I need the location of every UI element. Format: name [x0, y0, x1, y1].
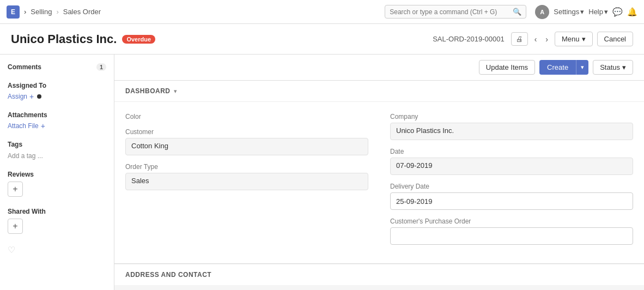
bell-icon[interactable]: 🔔 — [627, 7, 637, 17]
breadcrumb-selling[interactable]: Selling — [31, 8, 52, 16]
prev-button[interactable]: ‹ — [532, 34, 539, 45]
sidebar-assigned-section: Assigned To Assign + — [8, 82, 106, 100]
heart-icon: ♡ — [8, 245, 15, 255]
action-bar: Update Items Create ▾ Status ▾ — [114, 55, 644, 81]
date-field-group: Date 07-09-2019 — [390, 148, 633, 175]
purchase-order-input[interactable] — [390, 227, 633, 245]
date-label: Date — [390, 148, 633, 155]
next-button[interactable]: › — [543, 34, 550, 45]
create-button[interactable]: Create — [539, 60, 576, 75]
breadcrumb-sep-1: › — [24, 8, 26, 16]
help-button[interactable]: Help ▾ — [588, 8, 608, 16]
customer-label: Customer — [125, 128, 368, 136]
update-items-button[interactable]: Update Items — [479, 60, 535, 75]
tags-header: Tags — [8, 141, 106, 148]
add-shared-button[interactable]: + — [8, 219, 23, 234]
cursor-indicator — [37, 94, 41, 99]
company-field-group: Company Unico Plastics Inc. — [390, 113, 633, 140]
color-label: Color — [125, 113, 368, 120]
create-button-group: Create ▾ — [539, 60, 588, 75]
status-badge: Overdue — [122, 35, 155, 44]
order-type-field-group: Order Type Sales — [125, 163, 368, 190]
assign-link[interactable]: Assign — [8, 93, 27, 100]
attach-plus-button[interactable]: + — [41, 122, 45, 130]
search-bar[interactable]: 🔍 — [385, 5, 526, 19]
breadcrumb-sales-order[interactable]: Sales Order — [63, 8, 101, 16]
form-grid: Color Customer Cotton King Order Type Sa… — [125, 113, 633, 252]
create-dropdown-button[interactable]: ▾ — [576, 60, 588, 75]
navbar: E › Selling › Sales Order 🔍 A Settings ▾… — [0, 0, 644, 24]
comments-header: Comments 1 — [8, 63, 106, 71]
sidebar: Comments 1 Assigned To Assign + Attachme… — [0, 55, 114, 290]
delivery-date-field-group: Delivery Date — [390, 183, 633, 210]
form-area: Color Customer Cotton King Order Type Sa… — [114, 102, 644, 263]
page-header-actions: SAL-ORD-2019-00001 🖨 ‹ › Menu ▾ Cancel — [433, 32, 633, 46]
sidebar-attachments-section: Attachments Attach File + — [8, 111, 106, 130]
page-header: Unico Plastics Inc. Overdue SAL-ORD-2019… — [0, 24, 644, 55]
dashboard-title: DASHBOARD — [125, 87, 171, 95]
print-button[interactable]: 🖨 — [511, 32, 528, 46]
main-layout: Comments 1 Assigned To Assign + Attachme… — [0, 55, 644, 290]
purchase-order-label: Customer's Purchase Order — [390, 218, 633, 225]
order-type-label: Order Type — [125, 163, 368, 171]
form-left-col: Color Customer Cotton King Order Type Sa… — [125, 113, 368, 252]
navbar-right: A Settings ▾ Help ▾ 💬 🔔 — [535, 5, 637, 19]
assign-plus-button[interactable]: + — [29, 93, 34, 100]
search-icon: 🔍 — [513, 8, 521, 16]
reviews-header: Reviews — [8, 171, 106, 178]
attachments-header: Attachments — [8, 111, 106, 119]
chat-icon[interactable]: 💬 — [612, 7, 623, 17]
company-label: Company — [390, 113, 633, 120]
sidebar-reviews-section: Reviews + — [8, 171, 106, 197]
form-right-col: Company Unico Plastics Inc. Date 07-09-2… — [390, 113, 633, 252]
chevron-down-icon: ▾ — [622, 63, 626, 71]
chevron-down-icon: ▾ — [582, 35, 586, 43]
date-value: 07-09-2019 — [390, 158, 633, 175]
sidebar-shared-section: Shared With + — [8, 208, 106, 234]
add-review-button[interactable]: + — [8, 182, 23, 197]
customer-value: Cotton King — [125, 138, 368, 155]
color-field-group: Color — [125, 113, 368, 120]
attach-file-link[interactable]: Attach File — [8, 122, 39, 130]
chevron-down-icon: ▾ — [580, 8, 584, 16]
search-input[interactable] — [390, 8, 509, 16]
comments-count: 1 — [96, 63, 106, 71]
doc-id: SAL-ORD-2019-00001 — [433, 35, 505, 43]
purchase-order-field-group: Customer's Purchase Order — [390, 218, 633, 245]
settings-button[interactable]: Settings ▾ — [554, 8, 584, 16]
menu-button[interactable]: Menu ▾ — [555, 32, 593, 46]
sidebar-comments-section: Comments 1 — [8, 63, 106, 71]
avatar: A — [535, 5, 549, 19]
assigned-to-header: Assigned To — [8, 82, 106, 89]
sidebar-tags-section: Tags Add a tag ... — [8, 141, 106, 160]
status-button[interactable]: Status ▾ — [593, 60, 633, 75]
cancel-button[interactable]: Cancel — [597, 32, 633, 46]
app-logo: E — [7, 5, 20, 19]
page-title: Unico Plastics Inc. — [11, 32, 117, 46]
company-value: Unico Plastics Inc. — [390, 123, 633, 140]
content-area: Update Items Create ▾ Status ▾ DASHBOARD… — [114, 55, 644, 290]
page-title-group: Unico Plastics Inc. Overdue — [11, 32, 155, 46]
add-tag-link[interactable]: Add a tag ... — [8, 152, 43, 160]
order-type-value: Sales — [125, 173, 368, 190]
dashboard-section: DASHBOARD ▾ Color Customer Cotton King — [114, 81, 644, 264]
dashboard-header[interactable]: DASHBOARD ▾ — [114, 81, 644, 102]
dashboard-chevron-icon: ▾ — [174, 88, 177, 95]
address-section-title: ADDRESS AND CONTACT — [125, 271, 211, 279]
shared-with-header: Shared With — [8, 208, 106, 215]
address-section-bar[interactable]: ADDRESS AND CONTACT — [114, 264, 644, 285]
customer-field-group: Customer Cotton King — [125, 128, 368, 155]
breadcrumb-sep-2: › — [56, 8, 58, 16]
delivery-date-label: Delivery Date — [390, 183, 633, 190]
delivery-date-input[interactable] — [390, 192, 633, 210]
chevron-down-icon: ▾ — [604, 8, 608, 16]
